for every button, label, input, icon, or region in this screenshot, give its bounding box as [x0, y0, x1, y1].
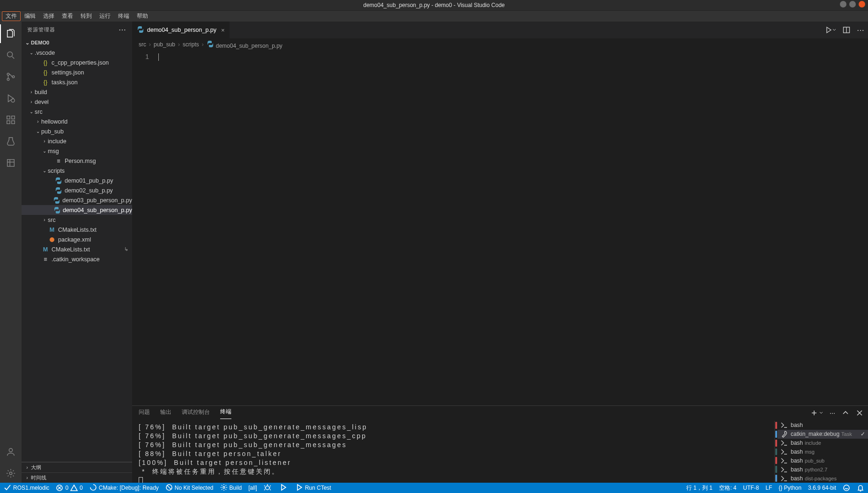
status-item[interactable]: {} Python [779, 485, 801, 491]
tree-item[interactable]: ⌄.vscode [22, 48, 132, 58]
window-minimize[interactable] [840, 1, 846, 7]
breadcrumb-separator: › [178, 41, 180, 48]
menu-文件[interactable]: 文件 [2, 11, 21, 21]
tree-item[interactable]: ⌄msg [22, 146, 132, 156]
activity-settings[interactable] [0, 464, 22, 483]
window-maximize[interactable] [849, 1, 856, 7]
menu-编辑[interactable]: 编辑 [21, 11, 39, 21]
terminal-list-item[interactable]: bashmsg [778, 448, 868, 456]
activity-account[interactable] [0, 442, 22, 461]
window-titlebar: demo04_sub_person_p.py - demo0 - Visual … [0, 0, 868, 10]
tree-item[interactable]: package.xml [22, 235, 132, 244]
tree-item[interactable]: ›devel [22, 97, 132, 107]
status-item[interactable] [280, 484, 289, 493]
panel-chevron-up-icon[interactable] [842, 409, 849, 418]
new-terminal-button[interactable] [810, 409, 823, 418]
window-close[interactable] [859, 1, 865, 7]
menu-终端[interactable]: 终端 [114, 11, 133, 21]
breadcrumb-item[interactable]: pub_sub [154, 41, 175, 48]
activity-explorer[interactable] [0, 24, 22, 43]
chevron-down-icon: ⌄ [23, 40, 31, 46]
status-item[interactable] [264, 484, 273, 493]
tree-item[interactable]: MCMakeLists.txt [22, 225, 132, 235]
chevron-right-icon: › [23, 465, 31, 470]
tree-item[interactable]: ⌄scripts [22, 166, 132, 176]
menu-转到[interactable]: 转到 [77, 11, 96, 21]
bell-icon[interactable] [857, 484, 864, 492]
status-item[interactable]: UTF-8 [743, 485, 759, 491]
file-tree[interactable]: ⌄.vscode{}c_cpp_properties.json{}setting… [22, 48, 132, 462]
tree-item[interactable]: ≡.catkin_workspace [22, 254, 132, 264]
tree-item-label: CMakeLists.txt [58, 227, 96, 233]
tree-item[interactable]: demo01_pub_p.py [22, 176, 132, 185]
terminal-list-item[interactable]: bashpub_sub [778, 456, 868, 465]
tree-item[interactable]: demo04_sub_person_p.py [22, 205, 132, 215]
activity-run-debug[interactable] [0, 89, 22, 108]
tree-item[interactable]: ›include [22, 136, 132, 146]
terminal-list-item[interactable]: bash [778, 421, 868, 430]
menu-查看[interactable]: 查看 [58, 11, 77, 21]
status-item[interactable]: 空格: 4 [719, 484, 736, 492]
tree-item[interactable]: demo02_sub_p.py [22, 185, 132, 195]
terminal-list-item[interactable]: bashpython2.7 [778, 465, 868, 474]
svg-rect-7 [12, 121, 15, 124]
breadcrumb-item[interactable]: src [139, 41, 146, 48]
tree-item[interactable]: ›src [22, 215, 132, 225]
minimap[interactable] [842, 51, 868, 405]
activity-testing[interactable] [0, 132, 22, 151]
breadcrumb[interactable]: src›pub_sub›scripts›demo04_sub_person_p.… [132, 38, 868, 51]
sidebar-more-icon[interactable]: ⋯ [119, 25, 126, 34]
status-item[interactable]: No Kit Selected [165, 484, 214, 493]
panel-tab-0[interactable]: 问题 [139, 408, 150, 419]
activity-search[interactable] [0, 46, 22, 65]
breadcrumb-item[interactable]: scripts [183, 41, 199, 48]
panel-more-icon[interactable]: ⋯ [830, 410, 835, 417]
tree-item[interactable]: ⌄pub_sub [22, 126, 132, 136]
status-item[interactable]: Run CTest [296, 484, 331, 493]
feedback-icon[interactable] [843, 484, 850, 492]
status-item[interactable]: 00 [56, 484, 82, 492]
tree-item[interactable]: {}c_cpp_properties.json [22, 58, 132, 67]
status-item[interactable]: CMake: [Debug]: Ready [89, 484, 159, 493]
panel-tab-3[interactable]: 终端 [220, 408, 231, 419]
split-editor-button[interactable] [843, 26, 850, 34]
tree-item[interactable]: {}settings.json [22, 67, 132, 77]
tree-item[interactable]: ›helloworld [22, 117, 132, 126]
tree-item[interactable]: ≡Person.msg [22, 156, 132, 166]
project-header[interactable]: ⌄ DEMO0 [22, 37, 132, 48]
activity-ros[interactable] [0, 154, 22, 172]
editor-more-icon[interactable]: ⋯ [857, 26, 864, 35]
panel-tab-2[interactable]: 调试控制台 [182, 408, 210, 419]
tree-item[interactable]: demo03_pub_person_p.py [22, 195, 132, 205]
tree-item[interactable]: ›build [22, 87, 132, 97]
status-item[interactable]: Build [220, 484, 242, 493]
tree-item[interactable]: {}tasks.json [22, 77, 132, 87]
menu-帮助[interactable]: 帮助 [133, 11, 152, 21]
terminal-output[interactable]: [ 76%] Built target pub_sub_generate_mes… [132, 421, 774, 483]
panel-close-icon[interactable] [856, 409, 863, 418]
editor-surface[interactable]: 1 [132, 51, 868, 405]
status-item[interactable]: [all] [248, 485, 257, 491]
close-icon[interactable]: × [221, 27, 225, 34]
activity-extensions[interactable] [0, 110, 22, 129]
run-file-button[interactable] [825, 26, 836, 34]
tree-item[interactable]: ⌄src [22, 107, 132, 117]
code-area[interactable] [157, 51, 868, 405]
panel-tab-1[interactable]: 输出 [160, 408, 171, 419]
terminal-list-item[interactable]: bashdist-packages [778, 474, 868, 483]
status-item[interactable]: 3.6.9 64-bit [808, 485, 836, 491]
status-item[interactable]: ROS1.melodic [4, 484, 49, 493]
activity-source-control[interactable] [0, 67, 22, 86]
menu-运行[interactable]: 运行 [96, 11, 114, 21]
menu-选择[interactable]: 选择 [39, 11, 58, 21]
breadcrumb-item[interactable]: demo04_sub_person_p.py [207, 40, 282, 49]
terminal-list-item[interactable]: catkin_make:debugTask✓ [778, 430, 868, 439]
status-item[interactable]: 行 1，列 1 [686, 484, 712, 492]
outline-section[interactable]: › 大纲 [22, 462, 132, 472]
tree-item[interactable]: MCMakeLists.txt↳ [22, 244, 132, 254]
terminal-list-item[interactable]: bashinclude [778, 439, 868, 448]
timeline-section[interactable]: › 时间线 [22, 472, 132, 483]
svg-point-12 [50, 237, 54, 242]
editor-tab-active[interactable]: demo04_sub_person_p.py × [132, 22, 230, 38]
status-item[interactable]: LF [765, 485, 772, 491]
